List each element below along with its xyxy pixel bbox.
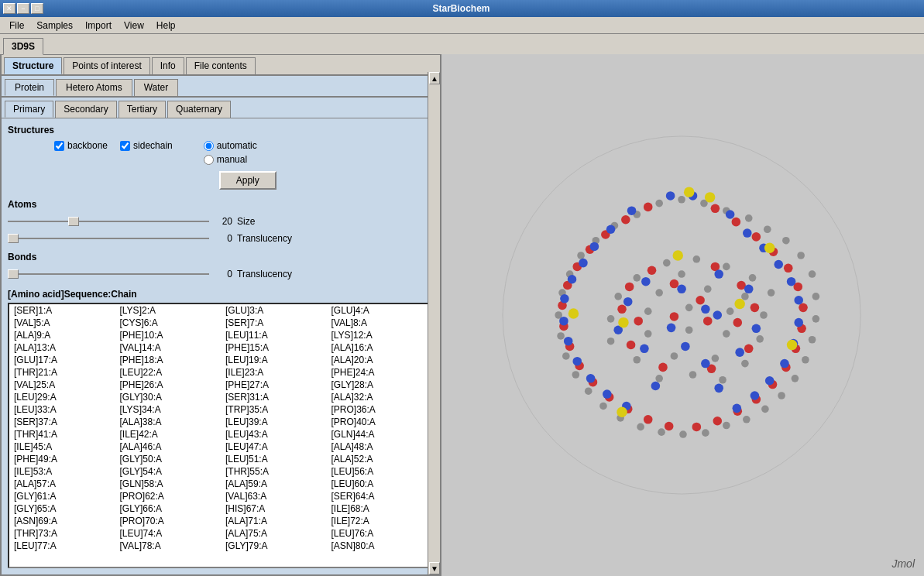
sequence-table-container[interactable]: [SER]1:A[LYS]2:A[GLU]3:A[GLU]4:A[VAL]5:A… [8,303,434,568]
svg-point-34 [658,428,665,436]
sequence-cell: [GLU]17:A [9,354,115,366]
molecule-visualization[interactable] [441,54,924,576]
apply-button[interactable]: Apply [219,171,277,190]
table-row[interactable]: [LEU]77:A[VAL]78:A[GLY]79:A[ASN]80:A [9,540,432,552]
sequence-cell: [GLY]30:A [115,391,222,403]
maximize-button[interactable]: □ [31,3,43,14]
bonds-translucency-slider-thumb[interactable] [8,269,19,279]
svg-point-36 [702,429,709,437]
svg-point-37 [644,203,653,212]
subtab-protein[interactable]: Protein [5,79,54,96]
sequence-cell: [ALA]32:A [327,391,433,403]
sequence-cell: [ALA]20:A [327,354,433,366]
sidechain-checkbox-label[interactable]: sidechain [120,140,173,151]
svg-point-35 [679,430,687,438]
sequence-cell: [ALA]57:A [9,478,115,490]
table-row[interactable]: [VAL]25:A[PHE]26:A[PHE]27:A[GLY]28:A [9,379,432,391]
svg-point-63 [644,415,653,424]
tab-3d9s[interactable]: 3D9S [3,38,43,55]
svg-point-112 [685,304,693,312]
sequence-cell: [VAL]5:A [9,317,115,329]
menu-view[interactable]: View [118,19,150,33]
subtab-hetero-atoms[interactable]: Hetero Atoms [56,79,132,96]
backbone-checkbox-label[interactable]: backbone [54,140,108,151]
svg-point-97 [787,340,797,350]
atoms-translucency-label: Translucency [237,233,292,244]
sequence-cell: [LEU]43:A [221,428,327,441]
backbone-checkbox[interactable] [54,141,64,151]
table-row[interactable]: [LEU]33:A[LYS]34:A[TRP]35:A[PRO]36:A [9,403,432,416]
subtab-tertiary[interactable]: Tertiary [119,101,166,118]
table-row[interactable]: [LEU]29:A[GLY]30:A[SER]31:A[ALA]32:A [9,391,432,403]
sequence-cell: [GLU]3:A [221,304,327,317]
right-panel: Jmol [441,54,924,576]
svg-point-144 [641,277,651,286]
tab-info[interactable]: Info [152,57,184,74]
sequence-cell: [LEU]39:A [221,416,327,428]
close-button[interactable]: ✕ [3,3,15,14]
menu-file[interactable]: File [3,19,30,33]
svg-point-157 [651,382,661,391]
table-row[interactable]: [ILE]53:A[GLY]54:A[THR]55:A[LEU]56:A [9,465,432,478]
svg-point-3 [678,196,685,204]
table-row[interactable]: [PHE]49:A[GLY]50:A[LEU]51:A[ALA]52:A [9,453,432,465]
svg-point-50 [799,303,808,313]
svg-point-143 [714,269,723,279]
svg-point-77 [568,275,577,284]
svg-point-156 [701,359,710,369]
table-row[interactable]: [GLY]65:A[GLY]66:A[HIS]67:A[ILE]68:A [9,502,432,515]
table-row[interactable]: [ALA]9:A[PHE]10:A[LEU]11:A[LYS]12:A [9,329,432,341]
table-row[interactable]: [SER]37:A[ALA]38:A[LEU]39:A[PRO]40:A [9,416,432,428]
tab-points-of-interest[interactable]: Points of interest [64,57,149,74]
atoms-translucency-slider-thumb[interactable] [8,234,19,243]
table-row[interactable]: [SER]1:A[LYS]2:A[GLU]3:A[GLU]4:A [9,304,432,317]
svg-point-105 [614,293,622,300]
table-row[interactable]: [THR]73:A[LEU]74:A[ALA]75:A[LEU]76:A [9,527,432,540]
table-row[interactable]: [ALA]57:A[GLN]58:A[ALA]59:A[LEU]60:A [9,478,432,490]
svg-point-106 [655,289,663,297]
tab-file-contents[interactable]: File contents [186,57,256,74]
tab-structure[interactable]: Structure [4,57,62,74]
menu-help[interactable]: Help [150,19,182,33]
panel-scrollbar[interactable]: ▲ ▼ [428,72,440,574]
subtab-secondary[interactable]: Secondary [55,101,116,118]
svg-point-108 [741,293,749,300]
sequence-cell: [VAL]8:A [327,317,433,329]
manual-radio-label[interactable]: manual [204,154,277,165]
svg-point-139 [627,341,636,350]
table-row[interactable]: [THR]21:A[LEU]22:A[ILE]23:A[PHE]24:A [9,366,432,379]
sequence-cell: [ILE]72:A [327,515,433,527]
automatic-radio-label[interactable]: automatic [204,140,277,151]
table-row[interactable]: [GLU]17:A[PHE]18:A[LEU]19:A[ALA]20:A [9,354,432,366]
automatic-radio[interactable] [204,141,214,151]
svg-point-113 [726,307,734,315]
size-slider-thumb[interactable] [68,217,79,226]
menu-samples[interactable]: Samples [30,19,79,33]
table-row[interactable]: [ALA]13:A[VAL]14:A[PHE]15:A[ALA]16:A [9,341,432,354]
sequence-cell: [VAL]25:A [9,379,115,391]
sidechain-checkbox[interactable] [120,141,130,151]
minimize-button[interactable]: − [17,3,29,14]
window-controls[interactable]: ✕ − □ [3,3,43,14]
svg-point-28 [778,392,785,399]
subtab-quaternary[interactable]: Quaternary [167,101,231,118]
subtab-primary[interactable]: Primary [5,101,53,118]
table-row[interactable]: [THR]41:A[ILE]42:A[LEU]43:A[GLN]44:A [9,428,432,441]
menu-import[interactable]: Import [79,19,118,33]
svg-point-16 [809,270,816,278]
table-row[interactable]: [ILE]45:A[ALA]46:A[LEU]47:A[ALA]48:A [9,441,432,453]
svg-point-124 [655,375,663,382]
table-row[interactable]: [GLY]61:A[PRO]62:A[VAL]63:A[SER]64:A [9,490,432,502]
svg-point-86 [780,359,789,369]
sequence-cell: [GLY]54:A [115,465,222,478]
left-panel: Structure Points of interest Info File c… [0,54,441,576]
sequence-cell: [LEU]56:A [327,465,433,478]
subtab-water[interactable]: Water [134,79,179,96]
app-title: StarBiochem [43,3,879,14]
svg-point-119 [756,335,764,343]
table-row[interactable]: [ASN]69:A[PRO]70:A[ALA]71:A[ILE]72:A [9,515,432,527]
svg-point-94 [705,192,715,202]
table-row[interactable]: [VAL]5:A[CYS]6:A[SER]7:A[VAL]8:A [9,317,432,329]
manual-radio[interactable] [204,155,214,165]
svg-point-21 [809,336,816,344]
